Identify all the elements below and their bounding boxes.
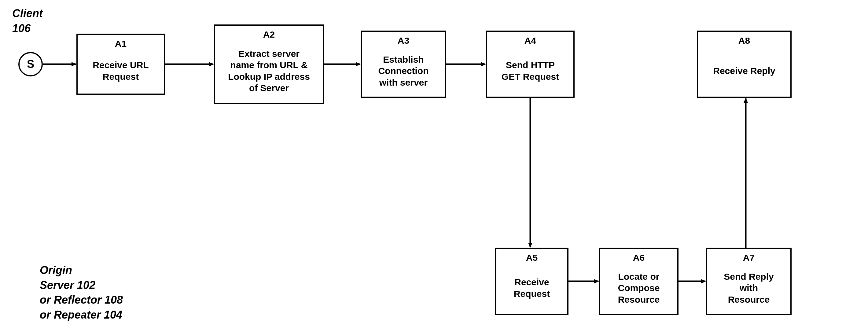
box-a2-tag: A2 <box>219 29 318 40</box>
box-a3: A3 EstablishConnectionwith server <box>361 31 446 98</box>
box-a7-tag: A7 <box>712 252 786 264</box>
box-a4: A4 Send HTTPGET Request <box>486 31 575 98</box>
box-a3-body: EstablishConnectionwith server <box>366 48 441 94</box>
box-a8: A8 Receive Reply <box>697 31 792 98</box>
box-a5-tag: A5 <box>501 252 563 264</box>
box-a3-tag: A3 <box>366 35 441 47</box>
start-node: S <box>18 52 43 77</box>
box-a5-body: ReceiveRequest <box>501 265 563 311</box>
box-a2: A2 Extract servername from URL &Lookup I… <box>214 25 324 104</box>
box-a1-tag: A1 <box>82 38 159 50</box>
box-a5: A5 ReceiveRequest <box>495 248 568 315</box>
box-a4-tag: A4 <box>492 35 569 47</box>
box-a8-tag: A8 <box>702 35 786 47</box>
box-a8-body: Receive Reply <box>702 48 786 94</box>
box-a6-tag: A6 <box>604 252 673 264</box>
box-a1-body: Receive URLRequest <box>82 51 159 91</box>
box-a6-body: Locate orComposeResource <box>604 265 673 311</box>
client-lane-label: Client106 <box>12 6 43 36</box>
box-a7: A7 Send ReplywithResource <box>706 248 792 315</box>
flow-diagram: Client106 OriginServer 102or Reflector 1… <box>0 0 868 336</box>
box-a7-body: Send ReplywithResource <box>712 265 786 311</box>
box-a1: A1 Receive URLRequest <box>76 34 165 95</box>
box-a2-body: Extract servername from URL &Lookup IP a… <box>219 42 318 100</box>
box-a4-body: Send HTTPGET Request <box>492 48 569 94</box>
box-a6: A6 Locate orComposeResource <box>599 248 679 315</box>
server-lane-label: OriginServer 102or Reflector 108or Repea… <box>40 263 123 322</box>
